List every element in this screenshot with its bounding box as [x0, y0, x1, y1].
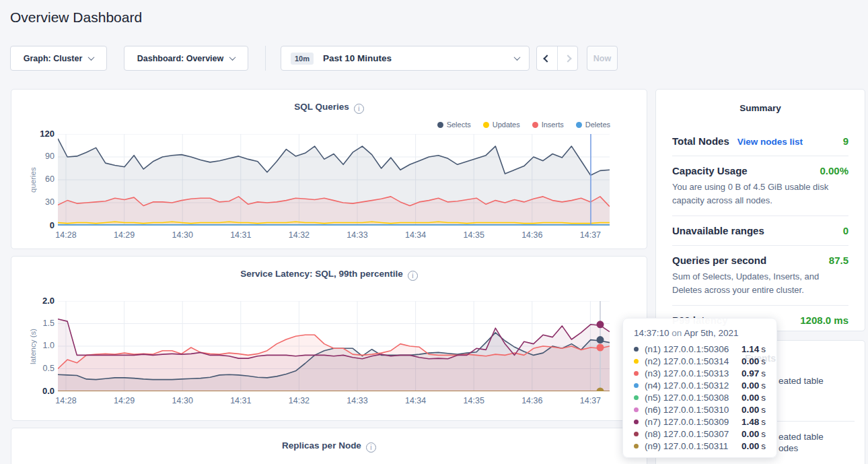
tooltip-node-address: (n7) 127.0.0.1:50309: [645, 417, 742, 427]
tooltip-node-address: (n6) 127.0.0.1:50310: [645, 405, 742, 415]
y-axis-tick: 0.0: [26, 386, 55, 396]
summary-value: 87.5: [829, 255, 848, 266]
summary-label: Queries per second: [672, 255, 766, 266]
legend-item[interactable]: Selects: [437, 121, 471, 129]
tooltip-timestamp: 14:37:10 on Apr 5th, 2021: [634, 328, 766, 338]
summary-value: 1208.0 ms: [800, 314, 848, 326]
x-axis-tick: 14:32: [280, 230, 318, 240]
time-forward-button[interactable]: [557, 46, 577, 70]
y-axis-tick: 0.5: [26, 364, 55, 373]
y-axis-tick: 120: [26, 129, 55, 139]
tooltip-node-value: 0.00: [742, 441, 759, 451]
dashboard-dropdown[interactable]: Dashboard: Overview: [124, 46, 248, 71]
node-color-dot-icon: [634, 359, 639, 364]
dashboard-dropdown-label: Dashboard: Overview: [137, 54, 224, 63]
tooltip-node-row: (n7) 127.0.0.1:503091.48s: [634, 416, 766, 428]
node-color-dot-icon: [634, 371, 639, 376]
node-color-dot-icon: [634, 432, 639, 436]
service-latency-plot[interactable]: [58, 301, 610, 391]
tooltip-node-unit: s: [761, 405, 766, 415]
y-axis-tick: 1.5: [26, 319, 55, 328]
legend-label: Inserts: [542, 121, 564, 129]
chart-legend: SelectsUpdatesInsertsDeletes: [437, 121, 610, 129]
tooltip-node-row: (n5) 127.0.0.1:503080.00s: [634, 391, 766, 403]
tooltip-node-row: (n8) 127.0.0.1:503070.00s: [634, 428, 766, 440]
summary-value: 0.00%: [820, 165, 848, 176]
x-axis-tick: 14:35: [455, 230, 493, 240]
info-icon[interactable]: i: [408, 271, 418, 281]
tooltip-node-address: (n8) 127.0.0.1:50307: [645, 429, 742, 439]
toolbar-divider: [265, 46, 266, 71]
event-text-fragment: eated table: [779, 432, 824, 442]
tooltip-node-value: 0.00: [742, 380, 759, 391]
x-axis-tick: 14:33: [338, 230, 376, 240]
info-icon[interactable]: i: [366, 442, 376, 453]
view-nodes-list-link[interactable]: View nodes list: [737, 137, 803, 147]
node-color-dot-icon: [634, 407, 639, 412]
tooltip-node-unit: s: [761, 441, 766, 451]
summary-title: Summary: [656, 90, 865, 113]
tooltip-node-unit: s: [761, 368, 766, 378]
node-color-dot-icon: [634, 444, 639, 449]
tooltip-node-row: (n9) 127.0.0.1:503110.00s: [634, 440, 766, 452]
y-axis-tick: 30: [26, 197, 55, 207]
summary-row-capacity-usage: Capacity Usage 0.00% You are using 0 B o…: [672, 156, 848, 216]
y-axis-tick: 1.0: [26, 341, 55, 350]
x-axis-tick: 14:31: [222, 396, 260, 405]
x-axis-tick: 14:36: [513, 396, 551, 405]
replicas-chart-title: Replicas per Nodei: [11, 440, 647, 453]
tooltip-node-value: 0.00: [742, 429, 759, 439]
x-axis-tick: 14:28: [47, 396, 85, 405]
x-axis-tick: 14:30: [164, 230, 201, 240]
summary-label: Total Nodes: [672, 135, 729, 147]
x-axis-tick: 14:31: [222, 230, 260, 240]
chevron-left-icon: [543, 55, 550, 62]
chart-svg: [58, 134, 610, 226]
tooltip-node-address: (n3) 127.0.0.1:50313: [645, 368, 742, 378]
sql-queries-plot[interactable]: [58, 134, 610, 226]
tooltip-node-unit: s: [761, 393, 766, 403]
tooltip-node-unit: s: [761, 429, 766, 439]
time-back-button[interactable]: [537, 46, 557, 70]
chevron-down-icon: [229, 54, 236, 61]
time-range-dropdown[interactable]: 10m Past 10 Minutes: [281, 46, 530, 71]
time-range-label: Past 10 Minutes: [323, 53, 392, 63]
now-button[interactable]: Now: [587, 46, 618, 71]
tooltip-node-row: (n3) 127.0.0.1:503130.97s: [634, 367, 766, 379]
x-axis-tick: 14:33: [338, 396, 376, 405]
graph-dropdown[interactable]: Graph: Cluster: [10, 46, 107, 71]
legend-label: Updates: [493, 121, 520, 129]
x-axis-tick: 14:32: [280, 396, 318, 405]
legend-label: Deletes: [585, 121, 610, 129]
sql-queries-chart-card: SQL Queriesi SelectsUpdatesInsertsDelete…: [11, 89, 647, 249]
legend-item[interactable]: Inserts: [532, 121, 564, 129]
y-axis-tick: 0: [26, 220, 55, 230]
chevron-right-icon: [564, 55, 571, 62]
summary-panel: Summary Total Nodes View nodes list 9 Ca…: [655, 89, 865, 331]
event-text-fragment: eated table: [779, 376, 824, 386]
time-nav-group: [536, 46, 578, 71]
graph-dropdown-label: Graph: Cluster: [24, 54, 83, 63]
info-icon[interactable]: i: [354, 104, 364, 114]
tooltip-node-address: (n9) 127.0.0.1:50311: [645, 441, 742, 451]
events-panel-title-ghost: Events: [655, 353, 865, 364]
y-axis-tick: 90: [26, 152, 55, 161]
node-color-dot-icon: [634, 420, 639, 424]
summary-row-queries-per-second: Queries per second 87.5 Sum of Selects, …: [672, 246, 848, 306]
chevron-down-icon: [88, 54, 95, 61]
summary-row-unavailable-ranges: Unavailable ranges 0: [672, 216, 848, 246]
replicas-per-node-chart-card: Replicas per Nodei: [11, 428, 647, 464]
time-range-badge: 10m: [291, 53, 314, 65]
legend-item[interactable]: Deletes: [576, 121, 610, 129]
y-axis-tick: 60: [26, 174, 55, 184]
x-axis-tick: 14:37: [571, 230, 609, 240]
chart-title-text: SQL Queries: [294, 102, 349, 112]
node-color-dot-icon: [634, 383, 639, 388]
legend-item[interactable]: Updates: [483, 121, 520, 129]
summary-body: Total Nodes View nodes list 9 Capacity U…: [656, 127, 865, 335]
x-axis-tick: 14:35: [455, 396, 493, 405]
x-axis-tick: 14:34: [397, 230, 435, 240]
legend-dot-icon: [576, 122, 582, 128]
service-latency-chart-card: Service Latency: SQL, 99th percentilei l…: [11, 256, 647, 421]
chart-hover-tooltip: 14:37:10 on Apr 5th, 2021 (n1) 127.0.0.1…: [622, 318, 777, 458]
